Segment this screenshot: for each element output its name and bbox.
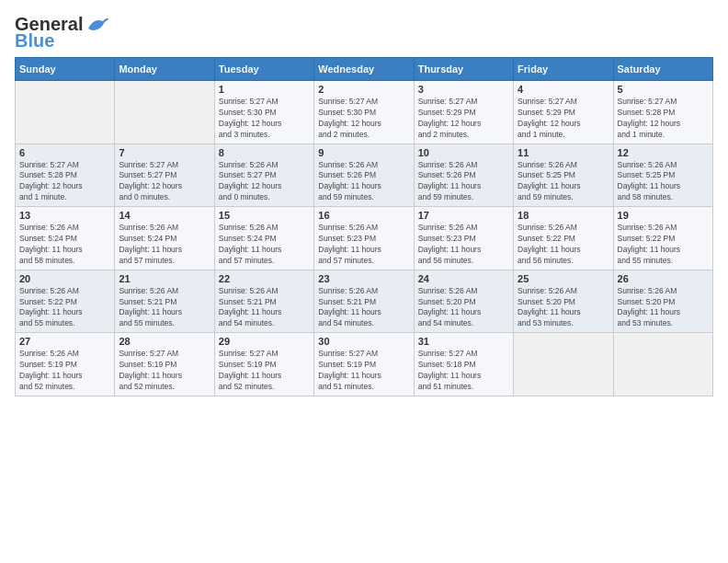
- day-number: 4: [518, 84, 609, 95]
- calendar-week-row: 1Sunrise: 5:27 AM Sunset: 5:30 PM Daylig…: [16, 81, 713, 144]
- calendar-cell: 31Sunrise: 5:27 AM Sunset: 5:18 PM Dayli…: [414, 333, 513, 396]
- weekday-header: Friday: [514, 58, 613, 81]
- day-number: 22: [219, 273, 310, 284]
- calendar-cell: 6Sunrise: 5:27 AM Sunset: 5:28 PM Daylig…: [16, 144, 115, 207]
- day-info: Sunrise: 5:27 AM Sunset: 5:27 PM Dayligh…: [119, 160, 210, 204]
- day-info: Sunrise: 5:27 AM Sunset: 5:19 PM Dayligh…: [318, 349, 409, 393]
- day-number: 26: [618, 273, 709, 284]
- day-number: 3: [418, 84, 509, 95]
- calendar-cell: 15Sunrise: 5:26 AM Sunset: 5:24 PM Dayli…: [214, 207, 313, 270]
- day-number: 14: [119, 210, 210, 221]
- day-number: 5: [618, 84, 709, 95]
- calendar-cell: 17Sunrise: 5:26 AM Sunset: 5:23 PM Dayli…: [414, 207, 513, 270]
- day-number: 1: [219, 84, 310, 95]
- weekday-header: Monday: [115, 58, 214, 81]
- day-info: Sunrise: 5:26 AM Sunset: 5:21 PM Dayligh…: [318, 286, 409, 330]
- day-info: Sunrise: 5:26 AM Sunset: 5:20 PM Dayligh…: [618, 286, 709, 330]
- day-info: Sunrise: 5:26 AM Sunset: 5:25 PM Dayligh…: [618, 160, 709, 204]
- calendar-cell: 22Sunrise: 5:26 AM Sunset: 5:21 PM Dayli…: [214, 270, 313, 333]
- calendar-cell: 2Sunrise: 5:27 AM Sunset: 5:30 PM Daylig…: [314, 81, 414, 144]
- day-info: Sunrise: 5:26 AM Sunset: 5:23 PM Dayligh…: [318, 223, 409, 267]
- day-number: 18: [518, 210, 609, 221]
- day-info: Sunrise: 5:27 AM Sunset: 5:28 PM Dayligh…: [618, 97, 709, 141]
- day-number: 10: [418, 147, 509, 158]
- day-number: 27: [19, 336, 110, 347]
- page-header: General Blue: [15, 15, 713, 50]
- calendar-cell: 18Sunrise: 5:26 AM Sunset: 5:22 PM Dayli…: [514, 207, 613, 270]
- calendar-table: SundayMondayTuesdayWednesdayThursdayFrid…: [15, 57, 713, 396]
- calendar-cell: 23Sunrise: 5:26 AM Sunset: 5:21 PM Dayli…: [314, 270, 414, 333]
- day-number: 13: [19, 210, 110, 221]
- day-info: Sunrise: 5:26 AM Sunset: 5:21 PM Dayligh…: [219, 286, 310, 330]
- calendar-cell: 25Sunrise: 5:26 AM Sunset: 5:20 PM Dayli…: [514, 270, 613, 333]
- day-info: Sunrise: 5:26 AM Sunset: 5:23 PM Dayligh…: [418, 223, 509, 267]
- day-number: 2: [318, 84, 409, 95]
- day-number: 15: [219, 210, 310, 221]
- day-number: 23: [318, 273, 409, 284]
- weekday-header: Tuesday: [214, 58, 313, 81]
- header-row: SundayMondayTuesdayWednesdayThursdayFrid…: [16, 58, 713, 81]
- day-number: 11: [518, 147, 609, 158]
- day-info: Sunrise: 5:26 AM Sunset: 5:22 PM Dayligh…: [19, 286, 110, 330]
- day-number: 30: [318, 336, 409, 347]
- calendar-cell: 9Sunrise: 5:26 AM Sunset: 5:26 PM Daylig…: [314, 144, 414, 207]
- day-info: Sunrise: 5:26 AM Sunset: 5:22 PM Dayligh…: [518, 223, 609, 267]
- calendar-cell: [613, 333, 712, 396]
- day-info: Sunrise: 5:26 AM Sunset: 5:19 PM Dayligh…: [19, 349, 110, 393]
- day-number: 24: [418, 273, 509, 284]
- day-number: 29: [219, 336, 310, 347]
- day-info: Sunrise: 5:26 AM Sunset: 5:22 PM Dayligh…: [618, 223, 709, 267]
- day-number: 25: [518, 273, 609, 284]
- calendar-cell: 14Sunrise: 5:26 AM Sunset: 5:24 PM Dayli…: [115, 207, 214, 270]
- day-info: Sunrise: 5:27 AM Sunset: 5:19 PM Dayligh…: [119, 349, 210, 393]
- weekday-header: Sunday: [16, 58, 115, 81]
- weekday-header: Wednesday: [314, 58, 414, 81]
- logo: General Blue: [15, 15, 110, 50]
- day-info: Sunrise: 5:26 AM Sunset: 5:24 PM Dayligh…: [119, 223, 210, 267]
- day-number: 20: [19, 273, 110, 284]
- calendar-cell: 10Sunrise: 5:26 AM Sunset: 5:26 PM Dayli…: [414, 144, 513, 207]
- calendar-week-row: 13Sunrise: 5:26 AM Sunset: 5:24 PM Dayli…: [16, 207, 713, 270]
- day-number: 8: [219, 147, 310, 158]
- day-info: Sunrise: 5:26 AM Sunset: 5:20 PM Dayligh…: [518, 286, 609, 330]
- calendar-cell: 13Sunrise: 5:26 AM Sunset: 5:24 PM Dayli…: [16, 207, 115, 270]
- weekday-header: Thursday: [414, 58, 513, 81]
- day-number: 17: [418, 210, 509, 221]
- day-number: 19: [618, 210, 709, 221]
- calendar-cell: 28Sunrise: 5:27 AM Sunset: 5:19 PM Dayli…: [115, 333, 214, 396]
- logo-blue-text: Blue: [15, 31, 54, 50]
- day-info: Sunrise: 5:26 AM Sunset: 5:25 PM Dayligh…: [518, 160, 609, 204]
- day-info: Sunrise: 5:26 AM Sunset: 5:26 PM Dayligh…: [318, 160, 409, 204]
- day-number: 12: [618, 147, 709, 158]
- day-info: Sunrise: 5:27 AM Sunset: 5:29 PM Dayligh…: [418, 97, 509, 141]
- calendar-week-row: 6Sunrise: 5:27 AM Sunset: 5:28 PM Daylig…: [16, 144, 713, 207]
- day-info: Sunrise: 5:26 AM Sunset: 5:27 PM Dayligh…: [219, 160, 310, 204]
- calendar-cell: 30Sunrise: 5:27 AM Sunset: 5:19 PM Dayli…: [314, 333, 414, 396]
- calendar-week-row: 20Sunrise: 5:26 AM Sunset: 5:22 PM Dayli…: [16, 270, 713, 333]
- day-info: Sunrise: 5:27 AM Sunset: 5:28 PM Dayligh…: [19, 160, 110, 204]
- calendar-cell: 20Sunrise: 5:26 AM Sunset: 5:22 PM Dayli…: [16, 270, 115, 333]
- calendar-cell: 7Sunrise: 5:27 AM Sunset: 5:27 PM Daylig…: [115, 144, 214, 207]
- day-number: 7: [119, 147, 210, 158]
- calendar-header: SundayMondayTuesdayWednesdayThursdayFrid…: [16, 58, 713, 81]
- calendar-body: 1Sunrise: 5:27 AM Sunset: 5:30 PM Daylig…: [16, 81, 713, 396]
- calendar-cell: 26Sunrise: 5:26 AM Sunset: 5:20 PM Dayli…: [613, 270, 712, 333]
- day-info: Sunrise: 5:26 AM Sunset: 5:26 PM Dayligh…: [418, 160, 509, 204]
- calendar-cell: [115, 81, 214, 144]
- calendar-cell: 24Sunrise: 5:26 AM Sunset: 5:20 PM Dayli…: [414, 270, 513, 333]
- calendar-cell: 16Sunrise: 5:26 AM Sunset: 5:23 PM Dayli…: [314, 207, 414, 270]
- calendar-cell: 1Sunrise: 5:27 AM Sunset: 5:30 PM Daylig…: [214, 81, 313, 144]
- day-number: 31: [418, 336, 509, 347]
- day-info: Sunrise: 5:27 AM Sunset: 5:19 PM Dayligh…: [219, 349, 310, 393]
- day-info: Sunrise: 5:27 AM Sunset: 5:30 PM Dayligh…: [318, 97, 409, 141]
- calendar-cell: 3Sunrise: 5:27 AM Sunset: 5:29 PM Daylig…: [414, 81, 513, 144]
- day-info: Sunrise: 5:27 AM Sunset: 5:30 PM Dayligh…: [219, 97, 310, 141]
- calendar-cell: [16, 81, 115, 144]
- day-number: 6: [19, 147, 110, 158]
- calendar-cell: 4Sunrise: 5:27 AM Sunset: 5:29 PM Daylig…: [514, 81, 613, 144]
- day-info: Sunrise: 5:26 AM Sunset: 5:21 PM Dayligh…: [119, 286, 210, 330]
- day-info: Sunrise: 5:26 AM Sunset: 5:24 PM Dayligh…: [19, 223, 110, 267]
- calendar-cell: 21Sunrise: 5:26 AM Sunset: 5:21 PM Dayli…: [115, 270, 214, 333]
- day-number: 21: [119, 273, 210, 284]
- calendar-cell: 29Sunrise: 5:27 AM Sunset: 5:19 PM Dayli…: [214, 333, 313, 396]
